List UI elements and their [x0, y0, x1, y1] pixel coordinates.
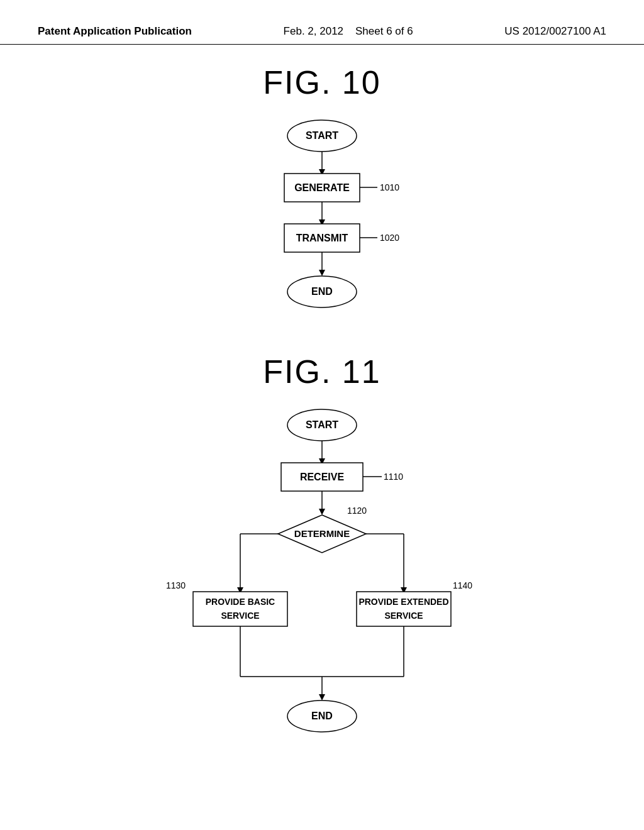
svg-text:RECEIVE: RECEIVE — [300, 472, 345, 482]
svg-text:END: END — [311, 286, 333, 297]
fig10-title: FIG. 10 — [263, 64, 380, 101]
svg-text:TRANSMIT: TRANSMIT — [296, 233, 348, 243]
header-sheet: Sheet 6 of 6 — [355, 25, 413, 37]
svg-marker-27 — [319, 509, 325, 515]
header-center: Feb. 2, 2012 Sheet 6 of 6 — [284, 25, 413, 38]
svg-text:SERVICE: SERVICE — [221, 611, 259, 621]
svg-text:1120: 1120 — [347, 506, 367, 516]
svg-marker-50 — [319, 694, 325, 700]
svg-text:PROVIDE BASIC: PROVIDE BASIC — [206, 597, 275, 607]
svg-line-41 — [177, 595, 193, 609]
svg-text:SERVICE: SERVICE — [384, 611, 423, 621]
svg-text:1140: 1140 — [453, 580, 472, 590]
svg-marker-15 — [319, 270, 325, 276]
svg-text:START: START — [306, 419, 338, 430]
fig11-section: FIG. 11 START RECEIVE 1110 DETERMINE 112… — [158, 353, 486, 755]
svg-text:PROVIDE EXTENDED: PROVIDE EXTENDED — [358, 597, 448, 607]
fig11-flowchart: START RECEIVE 1110 DETERMINE 1120 — [158, 403, 486, 755]
fig11-title: FIG. 11 — [263, 353, 380, 390]
svg-text:START: START — [306, 130, 338, 141]
fig10-section: FIG. 10 START GENERATE 1010 TRANSMIT 102… — [221, 64, 423, 328]
svg-text:1020: 1020 — [380, 233, 399, 243]
svg-text:1130: 1130 — [166, 580, 186, 590]
svg-text:1110: 1110 — [384, 472, 403, 482]
header-right: US 2012/0027100 A1 — [504, 25, 606, 38]
page-header: Patent Application Publication Feb. 2, 2… — [0, 0, 644, 45]
svg-text:1010: 1010 — [380, 182, 399, 192]
svg-text:END: END — [311, 711, 333, 721]
header-left: Patent Application Publication — [38, 25, 192, 38]
diagrams-container: FIG. 10 START GENERATE 1010 TRANSMIT 102… — [0, 45, 644, 780]
fig10-flowchart: START GENERATE 1010 TRANSMIT 1020 — [221, 114, 423, 328]
svg-text:DETERMINE: DETERMINE — [294, 528, 350, 539]
svg-text:GENERATE: GENERATE — [294, 182, 350, 193]
header-date: Feb. 2, 2012 — [284, 25, 343, 37]
